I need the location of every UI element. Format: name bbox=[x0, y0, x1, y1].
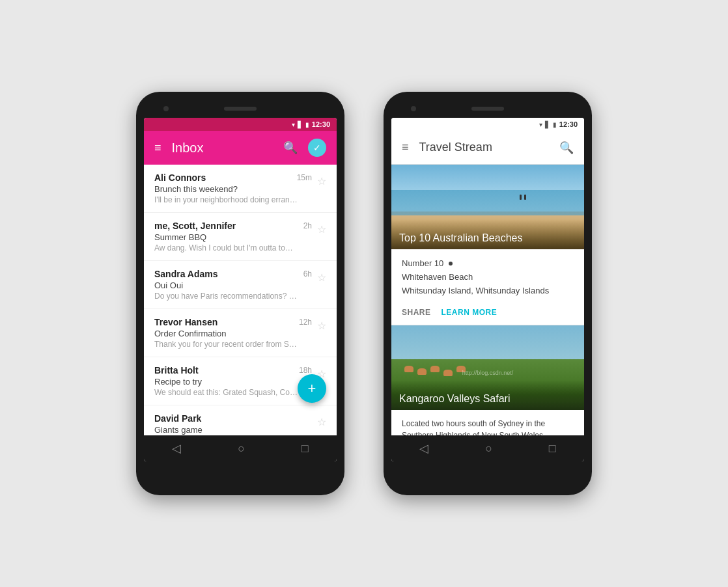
email-subject: Brunch this weekend? bbox=[154, 184, 312, 194]
phone-top-bar bbox=[144, 100, 337, 118]
email-item[interactable]: Ali Connors 15m Brunch this weekend? I'l… bbox=[144, 165, 337, 213]
star-icon[interactable]: ☆ bbox=[317, 416, 326, 428]
email-item[interactable]: Sandra Adams 6h Oui Oui Do you have Pari… bbox=[144, 261, 337, 309]
check-all-button[interactable]: ✓ bbox=[308, 139, 326, 157]
detail-number: Number 10 bbox=[402, 257, 443, 271]
travel-toolbar: ≡ Travel Stream 🔍 bbox=[391, 131, 584, 165]
camera-dot bbox=[411, 106, 416, 111]
compose-fab-button[interactable]: + bbox=[298, 374, 326, 403]
email-item[interactable]: David Park Giants game Any interest in s… bbox=[144, 405, 337, 435]
email-time: 18h bbox=[299, 366, 312, 375]
email-time: 2h bbox=[303, 221, 312, 230]
card-detail-row: Whitehaven Beach bbox=[402, 271, 574, 284]
email-preview: Aw dang. Wish I could but I'm outta town… bbox=[154, 243, 298, 253]
email-content: Ali Connors 15m Brunch this weekend? I'l… bbox=[154, 172, 312, 204]
email-subject: Order Confirmation bbox=[154, 329, 312, 338]
home-button[interactable]: ○ bbox=[485, 442, 492, 456]
travel-content: Top 10 Australian Beaches Number 10 Whit… bbox=[391, 165, 584, 435]
email-subject: Oui Oui bbox=[154, 280, 312, 290]
travel-title: Travel Stream bbox=[419, 141, 549, 154]
email-subject: Recipe to try bbox=[154, 377, 312, 387]
card-actions: SHARE LEARN MORE bbox=[391, 305, 584, 325]
email-content: me, Scott, Jennifer 2h Summer BBQ Aw dan… bbox=[154, 221, 312, 253]
email-content: David Park Giants game Any interest in s… bbox=[154, 413, 312, 435]
inbox-toolbar: ≡ Inbox 🔍 ✓ bbox=[144, 131, 337, 165]
safari-animal bbox=[417, 368, 427, 375]
star-icon[interactable]: ☆ bbox=[317, 320, 326, 332]
speaker-grille bbox=[224, 107, 257, 111]
card-title: Top 10 Australian Beaches bbox=[399, 232, 576, 244]
email-header: Sandra Adams 6h bbox=[154, 269, 312, 279]
add-icon: + bbox=[308, 380, 316, 397]
email-sender: David Park bbox=[154, 413, 201, 424]
email-preview: Thank you for your recent order from Ste… bbox=[154, 340, 298, 349]
detail-location: Whitsunday Island, Whitsunday Islands bbox=[402, 284, 549, 298]
email-item[interactable]: me, Scott, Jennifer 2h Summer BBQ Aw dan… bbox=[144, 213, 337, 261]
email-content: Trevor Hansen 12h Order Confirmation Tha… bbox=[154, 317, 312, 349]
email-preview: Do you have Paris recommendations? Hav..… bbox=[154, 292, 298, 301]
battery-icon: ▮ bbox=[553, 121, 557, 128]
safari-sky bbox=[391, 325, 584, 364]
detail-beach: Whitehaven Beach bbox=[402, 271, 473, 284]
email-header: Britta Holt 18h bbox=[154, 365, 312, 375]
email-time: 15m bbox=[297, 173, 312, 182]
email-preview: I'll be in your neighborhood doing erran… bbox=[154, 195, 298, 204]
safari-animals bbox=[404, 366, 466, 376]
watermark: http://blog.csdn.net/ bbox=[462, 370, 514, 376]
email-header: David Park bbox=[154, 413, 312, 424]
signal-icon: ▋ bbox=[298, 121, 303, 128]
figure bbox=[524, 195, 526, 200]
card-title-overlay: Kangaroo Valleys Safari bbox=[391, 380, 584, 410]
share-button[interactable]: SHARE bbox=[402, 308, 431, 317]
search-icon[interactable]: 🔍 bbox=[559, 141, 574, 155]
safari-animal bbox=[443, 370, 453, 376]
phone-bottom-bar bbox=[391, 461, 584, 487]
email-sender: Britta Holt bbox=[154, 365, 199, 375]
signal-icon: ▋ bbox=[545, 121, 550, 128]
email-sender: Sandra Adams bbox=[154, 269, 218, 279]
back-button[interactable]: ◁ bbox=[172, 441, 181, 456]
battery-icon: ▮ bbox=[305, 121, 309, 128]
email-subject: Giants game bbox=[154, 425, 312, 435]
hamburger-menu-icon[interactable]: ≡ bbox=[402, 141, 409, 154]
learn-more-button[interactable]: LEARN MORE bbox=[441, 308, 497, 317]
card-body: Located two hours south of Sydney in the… bbox=[391, 410, 584, 435]
email-content: Sandra Adams 6h Oui Oui Do you have Pari… bbox=[154, 269, 312, 301]
star-icon[interactable]: ☆ bbox=[317, 223, 326, 236]
email-subject: Summer BBQ bbox=[154, 232, 312, 242]
status-time: 12:30 bbox=[312, 120, 330, 128]
card-title-overlay: Top 10 Australian Beaches bbox=[391, 219, 584, 249]
card-detail-row: Number 10 bbox=[402, 257, 574, 271]
beach-water bbox=[391, 190, 584, 215]
check-icon: ✓ bbox=[313, 143, 321, 153]
safari-animal bbox=[430, 366, 440, 372]
email-sender: Ali Connors bbox=[154, 172, 206, 183]
search-icon[interactable]: 🔍 bbox=[283, 141, 298, 155]
status-bar: ▾ ▋ ▮ 12:30 bbox=[391, 118, 584, 131]
email-preview: We should eat this: Grated Squash, Corn,… bbox=[154, 388, 298, 397]
wifi-icon: ▾ bbox=[292, 121, 295, 128]
travel-card-beach: Top 10 Australian Beaches Number 10 Whit… bbox=[391, 165, 584, 325]
card-body: Number 10 Whitehaven Beach Whitsunday Is… bbox=[391, 249, 584, 305]
star-icon[interactable]: ☆ bbox=[317, 175, 326, 187]
status-time: 12:30 bbox=[559, 120, 578, 128]
inbox-phone: ▾ ▋ ▮ 12:30 ≡ Inbox 🔍 ✓ Ali Connors 15m bbox=[136, 92, 344, 495]
back-button[interactable]: ◁ bbox=[419, 441, 428, 456]
card-image: Top 10 Australian Beaches bbox=[391, 165, 584, 249]
recent-apps-button[interactable]: □ bbox=[301, 442, 309, 456]
inbox-screen: ▾ ▋ ▮ 12:30 ≡ Inbox 🔍 ✓ Ali Connors 15m bbox=[144, 118, 337, 461]
email-sender: Trevor Hansen bbox=[154, 317, 217, 327]
email-content: Britta Holt 18h Recipe to try We should … bbox=[154, 365, 312, 397]
hamburger-menu-icon[interactable]: ≡ bbox=[154, 141, 161, 155]
camera-dot bbox=[163, 106, 169, 111]
detail-dot bbox=[449, 262, 453, 266]
email-time: 6h bbox=[303, 269, 312, 279]
email-header: Trevor Hansen 12h bbox=[154, 317, 312, 327]
travel-card-safari: http://blog.csdn.net/ Kangaroo Valleys S… bbox=[391, 325, 584, 435]
email-sender: me, Scott, Jennifer bbox=[154, 221, 236, 231]
home-button[interactable]: ○ bbox=[238, 442, 245, 456]
star-icon[interactable]: ☆ bbox=[317, 271, 326, 284]
recent-apps-button[interactable]: □ bbox=[549, 442, 556, 456]
safari-image: http://blog.csdn.net/ Kangaroo Valleys S… bbox=[391, 325, 584, 410]
email-item[interactable]: Trevor Hansen 12h Order Confirmation Tha… bbox=[144, 309, 337, 357]
